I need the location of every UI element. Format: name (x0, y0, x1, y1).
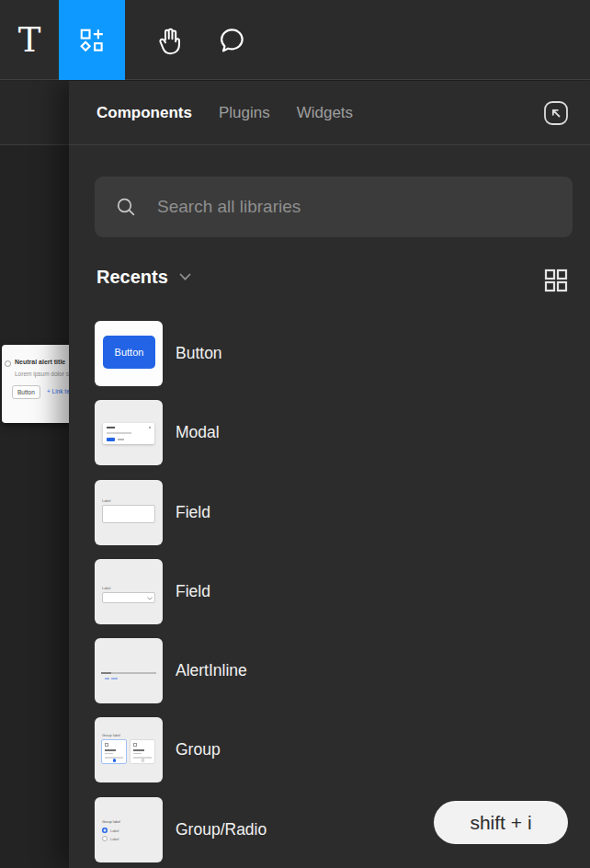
field-input-preview (102, 505, 155, 523)
field-label-preview: Label (102, 499, 110, 503)
figma-app-window: Neutral alert title Lorem ipsum dolor si… (0, 0, 590, 868)
alertinline-thumbnail (95, 638, 163, 703)
alert-title: Neutral alert title (15, 359, 65, 365)
shortcut-hint-pill: shift + i (434, 801, 568, 844)
modal-preview (103, 423, 154, 444)
components-panel: Components Plugins Widgets Recents (69, 81, 590, 868)
field-thumbnail: Label (95, 480, 163, 545)
radio-label-preview: Label (110, 829, 119, 833)
tab-widgets[interactable]: Widgets (297, 104, 353, 122)
component-label: AlertInline (176, 638, 247, 703)
radio-unselected-icon (102, 836, 108, 841)
component-label: Field (176, 480, 210, 545)
open-in-window-button[interactable] (542, 99, 570, 127)
comment-tool-button[interactable] (199, 0, 265, 80)
tab-plugins[interactable]: Plugins (219, 104, 270, 122)
text-tool-button[interactable]: T (0, 0, 59, 80)
group-label-preview: Group label (102, 734, 120, 737)
recents-title: Recents (96, 267, 168, 288)
search-icon (115, 196, 137, 218)
component-item-modal[interactable]: Modal (69, 400, 590, 465)
button-preview: Button (103, 336, 155, 369)
button-thumbnail: Button (95, 321, 163, 386)
alert-info-icon (5, 360, 11, 367)
component-item-field-select[interactable]: Label Field (69, 559, 590, 624)
canvas[interactable]: Neutral alert title Lorem ipsum dolor si… (0, 145, 69, 868)
component-item-field-input[interactable]: Label Field (69, 480, 590, 545)
radio-selected-icon (102, 828, 108, 833)
select-chevron-icon (147, 597, 153, 600)
component-item-group[interactable]: Group label Group (69, 717, 590, 782)
recents-header: Recents (69, 267, 590, 294)
grid-view-toggle[interactable] (544, 268, 568, 292)
radio-group-label-preview: Group label (102, 820, 120, 824)
group-card-selected (101, 739, 127, 764)
open-in-window-icon (542, 99, 570, 127)
text-tool-icon: T (18, 23, 41, 57)
field-select-thumbnail: Label (95, 559, 163, 624)
group-thumbnail: Group label (95, 717, 163, 782)
component-item-button[interactable]: Button Button (69, 321, 590, 386)
hand-icon (154, 26, 184, 55)
search-bar[interactable] (95, 177, 573, 237)
component-item-alertinline[interactable]: AlertInline (69, 638, 590, 703)
panel-tab-bar: Components Plugins Widgets (69, 81, 590, 145)
recents-dropdown[interactable]: Recents (96, 267, 191, 288)
modal-thumbnail (95, 400, 163, 465)
top-toolbar: T (0, 0, 590, 80)
chevron-down-icon (179, 273, 191, 281)
field-label-preview: Label (102, 587, 110, 590)
component-label: Group/Radio (176, 797, 267, 862)
hand-tool-button[interactable] (136, 0, 202, 80)
radio-label-preview: Label (110, 838, 119, 841)
component-label: Button (176, 321, 222, 386)
component-label: Field (176, 559, 210, 624)
left-sidebar-strip (0, 81, 69, 145)
shortcut-hint-text: shift + i (470, 812, 531, 834)
component-label: Group (176, 717, 221, 782)
group-radio-thumbnail: Group label Label Label (95, 797, 163, 862)
comment-icon (217, 26, 246, 55)
search-input[interactable] (157, 197, 552, 217)
resources-tool-button[interactable] (59, 0, 125, 80)
resources-icon (78, 27, 106, 54)
field-select-preview (102, 592, 155, 603)
alert-button: Button (12, 385, 40, 399)
group-card-unselected (130, 739, 155, 764)
component-label: Modal (176, 400, 220, 465)
tab-components[interactable]: Components (96, 104, 192, 122)
grid-view-icon (544, 268, 568, 292)
